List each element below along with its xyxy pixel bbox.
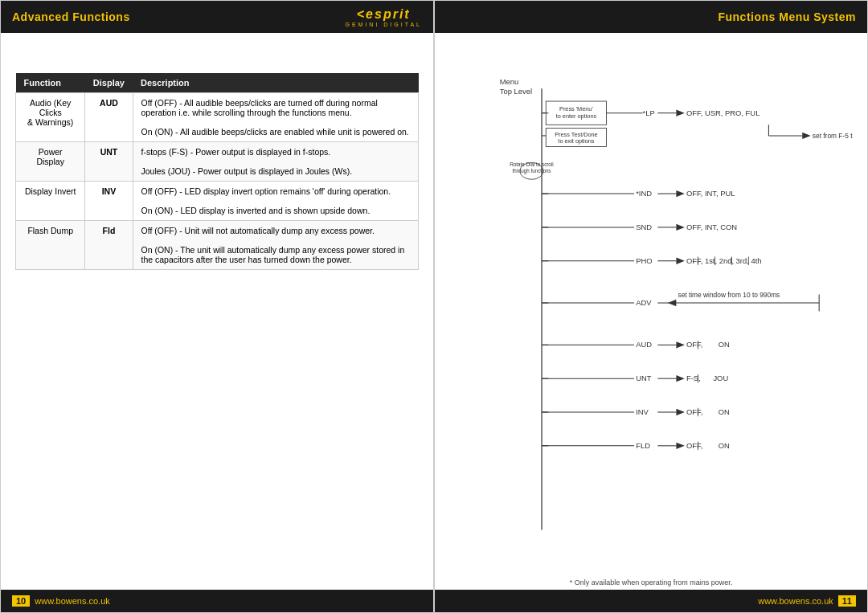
svg-text:Top Level: Top Level: [500, 87, 532, 96]
right-header: Functions Menu System: [435, 1, 867, 33]
left-footer-url: www.bowens.co.uk: [35, 596, 110, 606]
svg-text:ON: ON: [719, 441, 730, 450]
svg-text:Menu: Menu: [500, 77, 519, 86]
left-footer: 10 www.bowens.co.uk: [1, 590, 433, 612]
svg-marker-18: [802, 133, 810, 139]
svg-text:*LP: *LP: [643, 108, 655, 117]
function-name: Audio (Key Clicks & Warnings): [16, 93, 85, 142]
left-footer-left: 10 www.bowens.co.uk: [12, 595, 110, 607]
table-row: Audio (Key Clicks & Warnings)AUDOff (OFF…: [16, 93, 419, 142]
svg-text:*IND: *IND: [636, 189, 652, 198]
left-header-title: Advanced Functions: [12, 10, 130, 23]
table-row: Power DisplayUNTf-stops (F-S) - Power ou…: [16, 142, 419, 182]
left-header: Advanced Functions <esprit GEMINI DIGITA…: [1, 1, 433, 33]
left-page: Advanced Functions <esprit GEMINI DIGITA…: [0, 0, 434, 613]
svg-text:SND: SND: [636, 223, 652, 231]
svg-text:FLD: FLD: [636, 441, 650, 450]
svg-text:set from F-5 to F-10: set from F-5 to F-10: [813, 132, 853, 140]
svg-text:UNT: UNT: [636, 374, 652, 382]
right-page: Functions Menu System text { font-family…: [434, 0, 868, 613]
function-description: f-stops (F-S) - Power output is displaye…: [133, 142, 419, 182]
col-display: Display: [85, 73, 133, 93]
function-display: UNT: [85, 142, 133, 182]
svg-text:through functions: through functions: [512, 168, 551, 174]
col-description: Description: [133, 73, 419, 93]
logo-sub: GEMINI DIGITAL: [345, 22, 422, 27]
svg-text:to exit options: to exit options: [558, 137, 594, 145]
right-footer-right: www.bowens.co.uk 11: [758, 595, 856, 607]
svg-text:Press 'Menu': Press 'Menu': [559, 105, 593, 112]
svg-marker-26: [676, 190, 684, 197]
function-display: AUD: [85, 93, 133, 142]
svg-text:OFF, USR, PRO, FUL: OFF, USR, PRO, FUL: [686, 108, 760, 117]
svg-text:AUD: AUD: [636, 340, 652, 349]
diagram-svg: text { font-family: Arial, Helvetica, sa…: [449, 49, 853, 574]
left-content: Function Display Description Audio (Key …: [1, 33, 433, 590]
function-name: Power Display: [16, 142, 85, 182]
left-page-num: 10: [12, 595, 30, 607]
svg-marker-66: [676, 443, 684, 449]
svg-text:OFF,: OFF,: [686, 340, 702, 349]
svg-text:F-S,: F-S,: [686, 374, 701, 382]
svg-text:PHO: PHO: [636, 256, 652, 265]
svg-text:ADV: ADV: [636, 298, 652, 307]
svg-marker-36: [676, 258, 684, 264]
svg-text:JOU: JOU: [713, 374, 728, 382]
table-row: Display InvertINVOff (OFF) - LED display…: [16, 182, 419, 221]
diagram-area: text { font-family: Arial, Helvetica, sa…: [449, 49, 853, 574]
svg-text:OFF, INT, PUL: OFF, INT, PUL: [686, 189, 735, 198]
svg-text:ON: ON: [719, 340, 730, 349]
svg-text:set time window from 10 to 990: set time window from 10 to 990ms: [678, 291, 780, 299]
svg-marker-31: [676, 224, 684, 231]
svg-text:OFF,: OFF,: [686, 407, 702, 416]
svg-text:OFF, INT, CON: OFF, INT, CON: [686, 223, 737, 231]
svg-marker-48: [676, 341, 684, 348]
svg-text:to enter options: to enter options: [556, 112, 597, 120]
function-name: Display Invert: [16, 182, 85, 221]
svg-marker-60: [676, 409, 684, 415]
right-header-title: Functions Menu System: [718, 10, 856, 23]
svg-text:ON: ON: [719, 407, 730, 416]
function-description: Off (OFF) - Unit will not automatically …: [133, 221, 419, 270]
function-description: Off (OFF) - LED display invert option re…: [133, 182, 419, 221]
footnote: * Only available when operating from mai…: [449, 578, 853, 586]
table-row: Flash DumpFldOff (OFF) - Unit will not a…: [16, 221, 419, 270]
function-description: Off (OFF) - All audible beeps/clicks are…: [133, 93, 419, 142]
function-display: Fld: [85, 221, 133, 270]
svg-text:Rotate Dial to scroll: Rotate Dial to scroll: [510, 161, 553, 167]
right-content: text { font-family: Arial, Helvetica, sa…: [435, 33, 867, 590]
function-display: INV: [85, 182, 133, 221]
svg-text:OFF, 1st, 2nd, 3rd, 4th: OFF, 1st, 2nd, 3rd, 4th: [686, 256, 762, 265]
right-footer-url: www.bowens.co.uk: [758, 596, 833, 606]
svg-text:INV: INV: [636, 407, 649, 416]
svg-marker-43: [668, 300, 676, 306]
esprit-logo: <esprit GEMINI DIGITAL: [345, 7, 422, 27]
function-name: Flash Dump: [16, 221, 85, 270]
col-function: Function: [16, 73, 85, 93]
svg-marker-54: [676, 375, 684, 382]
svg-marker-10: [676, 110, 684, 116]
right-page-num: 11: [838, 595, 856, 607]
function-table: Function Display Description Audio (Key …: [15, 73, 419, 270]
svg-text:OFF,: OFF,: [686, 441, 702, 450]
logo-text: <esprit: [357, 7, 411, 22]
right-footer: www.bowens.co.uk 11: [435, 590, 867, 612]
